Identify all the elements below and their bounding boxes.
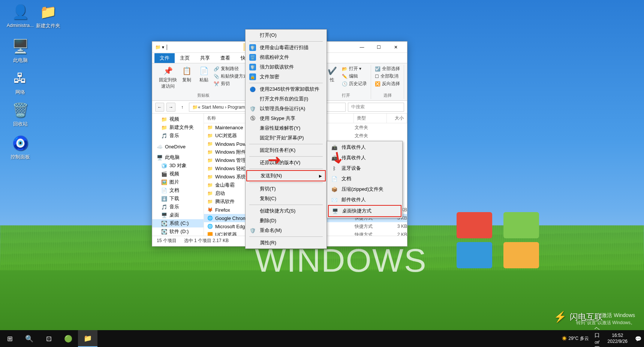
sidebar-this-pc[interactable]: 🖥️此电脑 [152,153,204,162]
context-menu-item[interactable]: 打开(O) [246,30,326,40]
context-menu-item[interactable]: 🗑️彻底粉碎文件 [246,52,326,62]
context-menu-item[interactable]: 属性(R) [246,238,326,248]
context-menu-item[interactable]: 固定到任务栏(K) [246,145,326,155]
col-size[interactable]: 大小 [387,114,407,123]
desktop-icon-control-panel[interactable]: 🧿控制面板 [5,134,35,160]
invert-select-button[interactable]: 🔀 反向选择 [375,81,400,87]
send-to-item[interactable]: 📄文档 [328,174,401,184]
send-to-item[interactable]: 🖥️桌面快捷方式 [328,205,401,217]
up-button[interactable]: ↑ [178,103,187,112]
file-icon: 🦊 [207,207,213,213]
send-to-item[interactable]: ✉️邮件收件人 [328,194,401,205]
menu-item-label: 固定到任务栏(K) [260,147,295,154]
context-menu-item[interactable]: 🔵使用2345软件管家卸载软件 [246,84,326,94]
pin-button[interactable]: 📌固定到快 速访问 [159,66,177,90]
properties-button[interactable]: ✔️性 [325,66,340,83]
task-view-button[interactable]: ⊡ [39,330,58,347]
menu-item-icon [249,195,256,202]
sidebar-downloads[interactable]: ⬇️下载 [152,194,204,203]
context-menu-item[interactable]: 🛡️以管理员身份运行(A) [246,104,326,114]
forward-button[interactable]: → [166,103,175,112]
file-size: 2 KB [388,232,407,236]
tab-view[interactable]: 查看 [215,53,235,63]
search-button[interactable]: 🔍 [19,330,39,347]
sidebar-pictures[interactable]: 🖼️图片 [152,178,204,186]
sidebar-videos[interactable]: 📁视频 [152,115,204,123]
desktop-icon-network[interactable]: 🖧网络 [5,69,35,96]
context-menu-item[interactable]: 剪切(T) [246,184,326,194]
context-menu-item[interactable]: Ⓢ使用 Skype 共享 [246,114,326,123]
close-button[interactable]: ✕ [387,42,404,52]
tab-share[interactable]: 共享 [195,53,215,63]
tab-file[interactable]: 文件 [154,53,175,63]
col-type[interactable]: 类型 [354,114,387,123]
edit-button[interactable]: ✏️ 编辑 [342,73,358,79]
send-to-item[interactable]: ᛒ蓝牙设备 [328,163,401,174]
desktop-icon-recycle-bin[interactable]: 🗑️回收站 [5,101,35,127]
menu-item-label: 使用金山毒霸进行扫描 [260,44,309,51]
file-icon: 🌐 [207,215,213,221]
context-menu-item[interactable]: 固定到"开始"屏幕(P) [246,133,326,143]
search-input[interactable]: 中搜索 [348,103,404,112]
sidebar-drive-d[interactable]: 💽软件 (D:) [152,227,204,236]
taskbar-app-explorer[interactable]: 📁 [78,330,97,347]
context-menu-item[interactable]: 兼容性疑难解答(Y) [246,123,326,133]
copy-path-button[interactable]: 🔗 复制路径 [214,66,239,72]
weather-widget[interactable]: ☀️ 29°C 多云 [562,335,589,342]
sidebar-videos2[interactable]: 🎬视频 [152,170,204,178]
select-all-button[interactable]: ☑️ 全部选择 [375,66,400,72]
history-button[interactable]: 🕓 历史记录 [342,81,367,87]
taskbar-app-edge[interactable]: 🟢 [58,330,78,347]
sidebar-music2[interactable]: 🎵音乐 [152,203,204,211]
notifications-icon[interactable]: 💬 [634,336,643,342]
clock[interactable]: 16:52 2022/9/26 [605,333,630,344]
sidebar-3d[interactable]: 🧊3D 对象 [152,162,204,170]
context-menu-item[interactable]: 🛡️使用金山毒霸进行扫描 [246,43,326,52]
context-menu-item[interactable]: 删除(D) [246,216,326,226]
desktop-icon-this-pc[interactable]: 🖥️此电脑 [5,37,35,64]
select-none-button[interactable]: ☐ 全部取消 [375,73,398,79]
sidebar-drive-c[interactable]: 💽系统 (C:) [152,219,204,227]
menu-item-icon [249,135,256,141]
minimize-button[interactable]: — [353,42,370,52]
context-menu-item[interactable]: 🛡️强力卸载该软件 [246,62,326,72]
menu-item-icon [249,96,256,102]
maximize-button[interactable]: ☐ [370,42,387,52]
file-icon: 📁 [207,174,213,180]
tray-expand-icon[interactable]: ヘ 口 ㎠ 英 [593,325,602,347]
cut-button[interactable]: ✂️ 剪切 [214,81,230,87]
desktop-icon-administrator[interactable]: 👤Administra... [5,3,35,28]
back-button[interactable]: ← [155,103,164,112]
context-menu-item[interactable]: 打开文件所在的位置(I) [246,94,326,104]
menu-item-label: 传真收件人 [341,154,366,161]
context-menu-item[interactable]: 🔒文件加密 [246,72,326,82]
menu-item-icon: 📄 [331,175,338,182]
copy-button[interactable]: 📋复制 [179,66,194,83]
start-button[interactable]: ⊞ [0,330,19,347]
file-type: 快捷方式 [355,223,387,230]
sidebar-documents[interactable]: 📄文档 [152,186,204,194]
paste-shortcut-button[interactable]: 📎 粘贴快捷方式 [214,73,248,79]
context-menu-item[interactable]: 创建快捷方式(S) [246,206,326,216]
menu-item-icon [249,159,256,166]
sidebar-desktop[interactable]: 🖥️桌面 [152,211,204,219]
file-name: Google Chrom [215,215,247,221]
tab-home[interactable]: 主页 [175,53,195,63]
send-to-item[interactable]: 📠传真收件人 [328,153,401,163]
send-to-item[interactable]: 📠传真收件人 [328,142,401,153]
file-name: Firefox [215,207,230,213]
paste-button[interactable]: 📄粘贴 [196,66,211,83]
selection-info: 选中 1 个项目 2.17 KB [184,238,229,244]
send-to-item[interactable]: 📦压缩(zipped)文件夹 [328,184,401,194]
menu-item-icon: Ⓢ [249,115,256,122]
context-menu-item[interactable]: 发送到(N)▶ [246,170,326,181]
sidebar-music[interactable]: 🎵音乐 [152,132,204,140]
context-menu-item[interactable]: 复制(C) [246,194,326,203]
desktop-icon-new-folder[interactable]: 📁新建文件夹 [33,3,63,29]
sidebar-new-folder[interactable]: 📁新建文件夹 [152,123,204,132]
menu-item-label: 复制(C) [260,195,276,202]
context-menu-item[interactable]: 还原以前的版本(V) [246,158,326,168]
open-dropdown[interactable]: 📂 打开 ▾ [342,66,361,72]
context-menu-item[interactable]: 🛡️重命名(M) [246,226,326,235]
sidebar-onedrive[interactable]: ☁️OneDrive [152,143,204,150]
